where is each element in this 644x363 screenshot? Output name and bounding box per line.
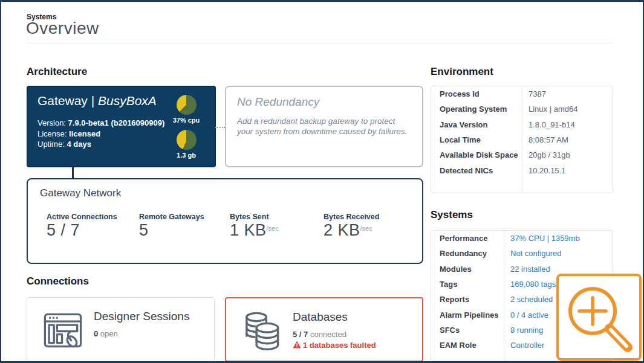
databases-fault-text: 1 databases faulted <box>303 341 376 350</box>
env-row-label: Java Version <box>431 120 522 129</box>
table-row: Performance37% CPU | 1359mb <box>431 231 613 246</box>
env-row-label: Detected NICs <box>431 166 522 175</box>
environment-heading: Environment <box>431 66 493 78</box>
stat-bytes-sent: Bytes Sent 1 KB/sec <box>230 213 279 240</box>
databases-connected-count: 5 / 7 connected <box>293 330 346 339</box>
systems-heading: Systems <box>431 209 473 221</box>
gateway-version-label: Version: <box>37 118 68 127</box>
env-row-value: 1.8.0_91-b14 <box>522 120 575 129</box>
gateway-license-label: License: <box>37 129 69 138</box>
architecture-heading: Architecture <box>27 66 87 78</box>
env-row-value: 8:08:57 AM <box>522 135 568 144</box>
redundancy-card: No Redundancy Add a redundant backup gat… <box>225 86 423 167</box>
page-title: Overview <box>26 19 99 38</box>
stat-label: Remote Gateways <box>139 213 204 221</box>
stat-remote-gateways: Remote Gateways 5 <box>139 213 204 240</box>
gateway-fields: Version: 7.9.0-beta1 (b2016090909) Licen… <box>37 118 164 150</box>
stat-value: 5 <box>139 221 149 239</box>
gateway-uptime-value: 4 days <box>67 140 91 149</box>
gateway-gauges: 37% cpu 1.3 gb <box>168 87 204 169</box>
gateway-uptime-label: Uptime: <box>37 140 67 149</box>
databases-count: 5 / 7 <box>293 330 308 339</box>
stat-value: 1 KB <box>230 221 267 239</box>
designer-window-icon <box>41 307 85 354</box>
env-row-label: Operating System <box>431 104 522 114</box>
memory-pie-chart <box>177 130 197 150</box>
sys-row-label: SFCs <box>431 326 504 335</box>
network-connector-line <box>72 167 74 179</box>
table-row: RedundancyNot configured <box>431 246 613 261</box>
sfcs-link[interactable]: 8 running <box>504 326 543 335</box>
redundancy-connector-line <box>215 127 225 128</box>
gateway-version-row: Version: 7.9.0-beta1 (b2016090909) <box>37 118 164 129</box>
cpu-pie-label: 37% cpu <box>168 117 204 124</box>
stat-label: Bytes Sent <box>230 213 279 221</box>
zoom-annotation-overlay[interactable] <box>556 274 642 361</box>
designer-sessions-card[interactable]: Designer Sessions 0 open <box>27 297 215 362</box>
sys-row-label: Modules <box>431 265 504 274</box>
gateway-uptime-row: Uptime: 4 days <box>37 139 164 150</box>
stat-label: Active Connections <box>47 213 117 221</box>
sys-row-label: Performance <box>431 234 504 243</box>
env-row-label: Process Id <box>431 89 522 98</box>
redundancy-description: Add a redundant backup gateway to protec… <box>237 116 412 137</box>
header-divider <box>27 43 613 43</box>
databases-card[interactable]: Databases 5 / 7 connected 1 databases fa… <box>225 297 423 362</box>
gateway-license-value: licensed <box>69 129 100 138</box>
sys-row-label: Tags <box>431 280 504 289</box>
table-column-divider <box>522 86 522 193</box>
env-row-label: Available Disk Space <box>431 150 522 159</box>
designer-sessions-count: 0 open <box>94 329 118 338</box>
designer-sessions-title: Designer Sessions <box>94 310 189 323</box>
redundancy-title: No Redundancy <box>237 95 319 109</box>
connections-heading: Connections <box>27 275 89 288</box>
gateway-network-title: Gateway Network <box>40 187 121 199</box>
sys-row-label: Reports <box>431 295 504 304</box>
modules-link[interactable]: 22 installed <box>504 265 550 274</box>
gateway-card: Gateway | BusyBoxA Version: 7.9.0-beta1 … <box>27 86 216 167</box>
env-row-value: 20gb / 31gb <box>522 150 570 159</box>
gateway-title: Gateway | BusyBoxA <box>37 94 157 108</box>
stat-unit: /sec <box>360 225 372 232</box>
database-stack-icon <box>239 307 284 355</box>
env-row-value: Linux | amd64 <box>522 104 577 114</box>
stat-unit: /sec <box>267 225 279 232</box>
eam-role-link[interactable]: Controller <box>504 341 544 350</box>
gateway-network-card: Gateway Network Active Connections 5 / 7… <box>27 178 423 264</box>
gateway-title-separator: | <box>88 94 98 108</box>
zoom-plus-icon <box>559 276 639 358</box>
databases-fault-alert: 1 databases faulted <box>293 341 376 350</box>
alarm-pipelines-link[interactable]: 0 / 4 active <box>504 310 548 320</box>
stat-value: 2 KB <box>324 221 360 239</box>
stat-label: Bytes Received <box>324 213 379 221</box>
memory-pie-label: 1.3 gb <box>168 152 204 159</box>
redundancy-link[interactable]: Not configured <box>504 249 562 258</box>
tags-link[interactable]: 169,080 tags <box>504 280 556 289</box>
env-row-value: 7387 <box>522 89 546 98</box>
stat-value: 5 / 7 <box>47 221 80 239</box>
sys-row-label: Alarm Pipelines <box>431 310 504 320</box>
designer-open-label: open <box>98 329 118 338</box>
warning-triangle-icon <box>293 341 301 349</box>
gateway-name: BusyBoxA <box>98 94 157 108</box>
stat-active-connections: Active Connections 5 / 7 <box>47 213 117 240</box>
gateway-license-row: License: licensed <box>37 129 164 140</box>
table-column-divider <box>504 231 504 361</box>
gateway-version-value: 7.9.0-beta1 (b2016090909) <box>68 118 165 127</box>
reports-link[interactable]: 2 scheduled <box>504 295 553 304</box>
sys-row-label: EAM Role <box>431 341 504 350</box>
environment-table: Process Id7387 Operating SystemLinux | a… <box>431 86 613 193</box>
databases-title: Databases <box>293 310 348 324</box>
sys-row-label: Redundancy <box>431 249 504 258</box>
env-row-value: 10.20.15.1 <box>522 166 565 175</box>
performance-link[interactable]: 37% CPU | 1359mb <box>504 234 580 243</box>
env-row-label: Local Time <box>431 135 522 144</box>
gateway-title-prefix: Gateway <box>37 94 88 108</box>
cpu-pie-chart <box>177 95 197 115</box>
databases-count-label: connected <box>308 330 346 339</box>
stat-bytes-received: Bytes Received 2 KB/sec <box>324 213 379 240</box>
